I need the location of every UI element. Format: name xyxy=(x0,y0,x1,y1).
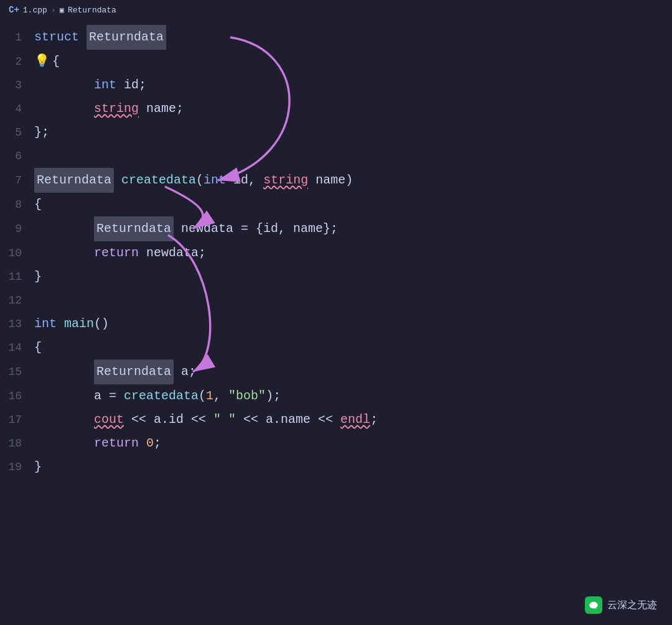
line-code: int main() xyxy=(34,312,109,336)
code-token: a; xyxy=(174,360,196,384)
code-token-kw-struct: struct xyxy=(34,25,79,49)
line-code: Returndata newdata = {id, name}; xyxy=(34,216,338,241)
code-line: 18 return 0; xyxy=(0,432,672,455)
code-token xyxy=(34,432,94,455)
code-token: } xyxy=(34,455,42,479)
code-token: { xyxy=(34,336,42,359)
code-token xyxy=(139,432,146,455)
line-number: 1 xyxy=(0,25,34,49)
code-token-str-lit: " " xyxy=(213,408,236,432)
code-token: a = xyxy=(34,384,124,408)
code-line: 2💡{ xyxy=(0,50,672,73)
line-number: 7 xyxy=(0,169,34,192)
line-code: int id; xyxy=(34,73,146,97)
code-token-kw-int: int xyxy=(203,169,226,192)
code-line: 1struct Returndata xyxy=(0,25,672,50)
code-token-squiggle-kw-string: string xyxy=(94,97,139,121)
code-line: 17 cout << a.id << " " << a.name << endl… xyxy=(0,408,672,432)
wechat-icon xyxy=(585,596,602,614)
code-token-highlight-type: Returndata xyxy=(94,359,174,384)
line-number: 2 xyxy=(0,50,34,73)
code-token: } xyxy=(34,265,42,289)
line-number: 3 xyxy=(0,73,34,97)
code-token xyxy=(79,25,86,49)
line-number: 8 xyxy=(0,193,34,216)
line-number: 14 xyxy=(0,336,34,359)
line-code: return 0; xyxy=(34,432,161,455)
code-token-fn-name: createdata xyxy=(124,384,198,408)
line-code: 💡{ xyxy=(34,50,60,73)
code-line: 7Returndata createdata(int id, string na… xyxy=(0,168,672,193)
watermark: 云深之无迹 xyxy=(585,596,657,614)
code-line: 13int main() xyxy=(0,312,672,336)
watermark-text: 云深之无迹 xyxy=(607,599,657,612)
code-token-highlight-type: Returndata xyxy=(86,25,166,50)
code-line: 12 xyxy=(0,289,672,312)
code-line: 10 return newdata; xyxy=(0,241,672,265)
code-token xyxy=(34,217,94,241)
code-token-kw-int: int xyxy=(34,312,57,336)
line-number: 15 xyxy=(0,360,34,384)
line-number: 4 xyxy=(0,97,34,121)
code-token-kw-return: return xyxy=(94,432,139,455)
code-token-squiggle-kw-string: string xyxy=(263,169,308,192)
code-token xyxy=(34,408,94,432)
cpp-icon: C+ xyxy=(9,5,19,15)
code-token: << a.id << xyxy=(124,408,213,432)
code-token-num-lit: 1 xyxy=(206,384,213,408)
code-token xyxy=(34,73,94,97)
code-token-fn-name: createdata xyxy=(121,169,196,192)
line-number: 19 xyxy=(0,455,34,479)
code-token-kw-int: int xyxy=(94,73,116,97)
line-code: }; xyxy=(34,121,49,144)
code-line: 4 string name; xyxy=(0,97,672,121)
code-token-str-lit: "bob" xyxy=(228,384,266,408)
code-token: id, xyxy=(226,169,263,192)
code-token: newdata; xyxy=(139,241,206,265)
code-token-squiggle-kw-endl: endl xyxy=(340,408,370,432)
code-token: << a.name << xyxy=(236,408,340,432)
code-token: ( xyxy=(196,169,203,192)
line-code: { xyxy=(34,336,42,359)
line-code: } xyxy=(34,455,42,479)
code-editor: 1struct Returndata2💡{3 int id;4 string n… xyxy=(0,20,672,484)
code-token: ; xyxy=(154,432,161,455)
line-number: 13 xyxy=(0,312,34,336)
code-token: ( xyxy=(198,384,206,408)
code-token xyxy=(114,169,121,192)
code-token: id; xyxy=(116,73,146,97)
code-line: 14{ xyxy=(0,336,672,359)
line-code: struct Returndata xyxy=(34,25,166,50)
code-token xyxy=(34,241,94,265)
code-line: 15 Returndata a; xyxy=(0,359,672,384)
line-code: } xyxy=(34,265,42,289)
code-token-num-lit: 0 xyxy=(146,432,154,455)
breadcrumb-symbol: Returndata xyxy=(68,6,116,15)
code-token: () xyxy=(94,312,109,336)
code-line: 8{ xyxy=(0,193,672,216)
code-token: }; xyxy=(34,121,49,144)
code-line: 6 xyxy=(0,144,672,168)
code-line: 9 Returndata newdata = {id, name}; xyxy=(0,216,672,241)
code-token-fn-name: main xyxy=(64,312,94,336)
code-token-highlight-type: Returndata xyxy=(34,168,114,193)
breadcrumb: C+ 1.cpp › ▣ Returndata xyxy=(0,0,672,20)
line-code: return newdata; xyxy=(34,241,206,265)
code-token xyxy=(57,312,64,336)
code-token-highlight-type: Returndata xyxy=(94,216,174,241)
code-token: name) xyxy=(308,169,353,192)
line-number: 12 xyxy=(0,289,34,312)
line-code: { xyxy=(34,193,42,216)
line-code: cout << a.id << " " << a.name << endl; xyxy=(34,408,378,432)
code-token-squiggle-kw-cout: cout xyxy=(94,408,124,432)
code-line: 19} xyxy=(0,455,672,479)
line-number: 5 xyxy=(0,121,34,144)
line-number: 10 xyxy=(0,241,34,265)
code-token: name; xyxy=(139,97,184,121)
line-number: 6 xyxy=(0,144,34,168)
code-line: 11} xyxy=(0,265,672,289)
code-token: { xyxy=(52,50,60,73)
line-code: Returndata a; xyxy=(34,359,196,384)
line-number: 17 xyxy=(0,408,34,432)
line-number: 11 xyxy=(0,265,34,289)
